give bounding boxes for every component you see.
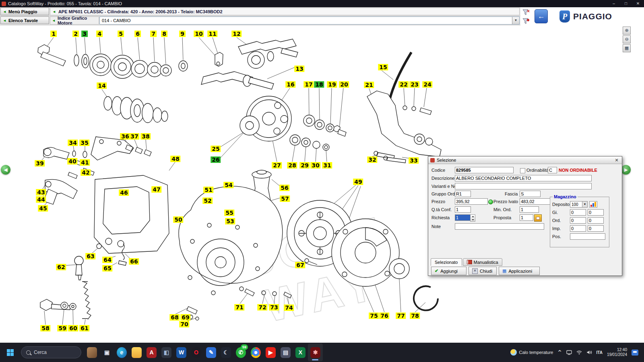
part-label-61[interactable]: 61 bbox=[79, 325, 89, 331]
tavola-combobox[interactable]: 014 - CAMBIO ▼ bbox=[99, 16, 520, 25]
taskbar-icon-softway[interactable]: ✱ bbox=[308, 343, 323, 361]
volume-icon[interactable] bbox=[586, 350, 592, 355]
part-label-58[interactable]: 58 bbox=[40, 325, 50, 331]
part-label-53[interactable]: 53 bbox=[225, 218, 235, 224]
part-label-6[interactable]: 6 bbox=[134, 31, 141, 37]
tray-chevron-icon[interactable]: ^ bbox=[558, 350, 562, 355]
part-label-10[interactable]: 10 bbox=[194, 31, 204, 37]
note-input[interactable] bbox=[455, 223, 544, 230]
maximize-button[interactable]: □ bbox=[620, 0, 632, 7]
part-label-73[interactable]: 73 bbox=[269, 304, 279, 311]
part-label-32[interactable]: 32 bbox=[367, 156, 377, 163]
part-label-48[interactable]: 48 bbox=[170, 156, 180, 162]
part-label-72[interactable]: 72 bbox=[257, 304, 267, 311]
combo-dropdown-icon[interactable]: ▼ bbox=[512, 17, 519, 24]
print-button[interactable]: ▦ bbox=[623, 44, 631, 52]
part-label-68[interactable]: 68 bbox=[169, 314, 180, 321]
part-label-8[interactable]: 8 bbox=[161, 31, 167, 37]
part-label-18[interactable]: 18 bbox=[314, 81, 324, 88]
dialog-title-bar[interactable]: Selezione ✕ bbox=[428, 156, 622, 164]
network-icon[interactable] bbox=[576, 350, 582, 355]
richiesta-spinner[interactable] bbox=[470, 214, 475, 222]
magazzino-value-1[interactable] bbox=[570, 225, 586, 232]
prezzo-input[interactable] bbox=[455, 198, 488, 205]
prev-table-button[interactable]: ◀ bbox=[1, 165, 10, 175]
part-label-62[interactable]: 62 bbox=[56, 264, 66, 270]
back-button[interactable]: ← bbox=[535, 9, 548, 23]
dialog-close-button[interactable]: ✕ bbox=[613, 158, 620, 163]
part-label-45[interactable]: 45 bbox=[38, 205, 48, 212]
part-label-52[interactable]: 52 bbox=[202, 197, 213, 204]
deposito-select[interactable]: 100 ▼ bbox=[570, 201, 588, 208]
qta-conf-input[interactable] bbox=[455, 206, 471, 213]
part-label-75[interactable]: 75 bbox=[369, 313, 379, 319]
part-label-71[interactable]: 71 bbox=[234, 304, 244, 311]
applicazioni-button[interactable]: ▦ Applicazioni bbox=[499, 267, 540, 275]
part-label-30[interactable]: 30 bbox=[310, 162, 320, 169]
part-label-2[interactable]: 2 bbox=[72, 31, 79, 37]
part-label-4[interactable]: 4 bbox=[96, 31, 103, 37]
part-label-66[interactable]: 66 bbox=[129, 258, 139, 265]
part-label-3[interactable]: 3 bbox=[81, 31, 88, 37]
part-label-35[interactable]: 35 bbox=[79, 140, 89, 146]
codice-input[interactable] bbox=[455, 167, 514, 173]
part-label-15[interactable]: 15 bbox=[378, 64, 388, 70]
tab-selezionato[interactable]: Selezionato bbox=[431, 258, 462, 266]
part-label-44[interactable]: 44 bbox=[36, 196, 46, 203]
part-label-57[interactable]: 57 bbox=[280, 195, 290, 202]
deposito-dropdown-icon[interactable]: ▼ bbox=[582, 202, 587, 207]
taskbar-icon-store[interactable]: ◧ bbox=[159, 343, 174, 361]
menu-piaggio-button[interactable]: ◄ Menù Piaggio bbox=[0, 8, 49, 15]
part-label-70[interactable]: 70 bbox=[179, 321, 189, 327]
pos-input[interactable] bbox=[570, 233, 605, 240]
proposta-input[interactable] bbox=[520, 214, 533, 221]
magazzino-value-1[interactable] bbox=[570, 217, 586, 224]
next-table-button[interactable]: ▶ bbox=[621, 165, 631, 175]
part-label-36[interactable]: 36 bbox=[120, 133, 130, 140]
close-button[interactable]: ✕ bbox=[632, 0, 644, 7]
part-label-31[interactable]: 31 bbox=[322, 162, 332, 169]
part-label-28[interactable]: 28 bbox=[287, 162, 297, 169]
ordinabilita-class-input[interactable] bbox=[548, 167, 557, 173]
part-label-12[interactable]: 12 bbox=[231, 31, 242, 37]
part-label-40[interactable]: 40 bbox=[67, 158, 77, 165]
part-label-42[interactable]: 42 bbox=[80, 169, 91, 176]
min-ord-input[interactable] bbox=[520, 206, 539, 213]
part-label-9[interactable]: 9 bbox=[179, 31, 186, 37]
part-label-77[interactable]: 77 bbox=[396, 313, 406, 319]
stock-chart-button[interactable] bbox=[589, 201, 597, 208]
magazzino-value-2[interactable] bbox=[588, 217, 604, 224]
fascia-input[interactable] bbox=[520, 191, 541, 197]
part-label-14[interactable]: 14 bbox=[97, 82, 107, 89]
zoom-in-button[interactable]: ⊕ bbox=[623, 27, 631, 35]
part-label-54[interactable]: 54 bbox=[223, 182, 233, 188]
zoom-out-button[interactable]: ⊖ bbox=[623, 35, 631, 43]
gruppo-input[interactable] bbox=[455, 191, 471, 197]
aggiungi-button[interactable]: ✔ Aggiungi bbox=[431, 267, 466, 275]
part-label-21[interactable]: 21 bbox=[364, 82, 374, 88]
part-label-51[interactable]: 51 bbox=[203, 187, 213, 193]
taskbar-icon-profile[interactable] bbox=[85, 343, 99, 361]
proposta-tool-button[interactable] bbox=[534, 214, 542, 222]
part-label-60[interactable]: 60 bbox=[68, 325, 78, 331]
part-label-1[interactable]: 1 bbox=[50, 31, 57, 37]
taskbar-search[interactable]: Cerca bbox=[21, 346, 81, 358]
taskbar-icon-task-view[interactable]: ▣ bbox=[99, 343, 114, 361]
part-label-63[interactable]: 63 bbox=[85, 253, 95, 259]
filter-icon-2[interactable] bbox=[522, 18, 530, 25]
taskbar-icon-youtube[interactable]: ▶ bbox=[263, 343, 278, 361]
taskbar-icon-edge[interactable]: e bbox=[114, 343, 129, 361]
magazzino-value-1[interactable] bbox=[570, 209, 586, 216]
ordinabilita-checkbox[interactable] bbox=[520, 168, 525, 173]
taskbar-icon-opera[interactable]: O bbox=[189, 343, 204, 361]
clock[interactable]: 12:40 19/01/2024 bbox=[607, 348, 627, 357]
part-label-49[interactable]: 49 bbox=[353, 179, 363, 185]
part-label-24[interactable]: 24 bbox=[422, 81, 432, 88]
descrizione-input[interactable] bbox=[455, 175, 592, 181]
prezzo-ivato-input[interactable] bbox=[520, 198, 550, 205]
richiesta-input[interactable] bbox=[455, 214, 471, 221]
taskbar-icon-excel[interactable]: X bbox=[293, 343, 308, 361]
part-label-56[interactable]: 56 bbox=[279, 185, 289, 191]
part-label-59[interactable]: 59 bbox=[57, 325, 67, 331]
part-label-38[interactable]: 38 bbox=[140, 133, 151, 140]
